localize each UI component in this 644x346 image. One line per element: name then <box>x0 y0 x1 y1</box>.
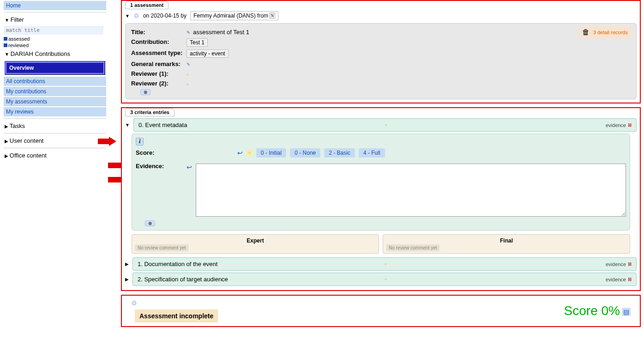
tasks-section[interactable]: Tasks <box>4 121 106 131</box>
evidence-missing-icon: ⊠ <box>628 261 632 267</box>
empty-dot-icon: ○ <box>187 73 189 77</box>
expert-review-box: Expert No review comment yet <box>132 234 379 254</box>
score-label: Score: <box>136 147 187 158</box>
nav-my-assessments[interactable]: My assessments <box>4 97 106 106</box>
no-review-badge: No review comment yet <box>135 244 188 251</box>
assessment-count-tab: 1 assessment <box>125 1 169 9</box>
collapse-caret[interactable]: ▼ <box>125 122 130 127</box>
remarks-label: General remarks: <box>131 61 187 67</box>
criteria-bar-1[interactable]: 1. Documentation of the event ○ evidence… <box>132 257 637 271</box>
criteria-bar-2[interactable]: 2. Specification of target audience ○ ev… <box>132 273 637 286</box>
evidence-missing-icon: ⊠ <box>628 122 632 127</box>
status-dot-icon: ○ <box>385 262 387 266</box>
status-dot-icon: ○ <box>385 123 387 127</box>
criteria-bar-0[interactable]: 0. Event metadata ○ evidence⊠ <box>133 118 637 132</box>
edit-title-icon[interactable]: ✎ <box>187 30 190 35</box>
detail-records-label: 3 detail records <box>593 30 628 35</box>
sidebar: Home Filter assessed reviewed DARIAH Con… <box>4 0 106 161</box>
final-review-box: Final No review comment yet <box>383 234 630 254</box>
score-option-0-initial[interactable]: 0 - Initial <box>256 148 286 158</box>
collapse-caret[interactable]: ▼ <box>125 13 130 18</box>
criteria-row: ▶ 2. Specification of target audience ○ … <box>125 273 637 286</box>
trash-zone: 🗑 3 detail records <box>578 26 632 38</box>
info-icon[interactable]: i <box>136 138 144 146</box>
evidence-label: Evidence: <box>136 161 187 217</box>
score-option-2-basic[interactable]: 2 - Basic <box>324 148 355 158</box>
recycle-icon[interactable]: ♲ <box>133 12 139 19</box>
check-reviewed[interactable]: reviewed <box>4 42 106 49</box>
criteria-detail: i Score: ↩ ○ 0 - Initial 0 - None 2 - Ba… <box>132 134 630 231</box>
criteria-row: ▶ 1. Documentation of the event ○ eviden… <box>125 257 637 271</box>
score-option-4-full[interactable]: 4 - Full <box>359 148 385 158</box>
score-option-0-none[interactable]: 0 - None <box>290 148 320 158</box>
author-chip[interactable]: Femmy Admiraal (DANS) from 🇳 <box>190 11 278 20</box>
type-value[interactable]: activity - event <box>187 49 229 58</box>
summary-panel: ♲ Assessment incomplete Score 0%▤ <box>121 295 641 327</box>
office-content-section[interactable]: Office content <box>4 150 106 161</box>
score-display: Score 0%▤ <box>564 304 631 318</box>
contribution-label: Contribution: <box>131 38 187 47</box>
date-text: on 2020-04-15 by <box>143 12 187 19</box>
assessment-body: 🗑 3 detail records Title: ✎assessment of… <box>125 23 637 99</box>
evidence-missing-icon: ⊠ <box>628 277 632 282</box>
filter-input[interactable] <box>4 26 103 35</box>
expand-caret[interactable]: ▶ <box>125 261 129 267</box>
reviewer2-label: Reviewer (2): <box>131 80 187 87</box>
undo-icon[interactable]: ↩ <box>237 149 243 157</box>
main: 1 assessment ▼ ♲ on 2020-04-15 by Femmy … <box>121 0 641 327</box>
criteria-row: ▼ 0. Event metadata ○ evidence⊠ <box>125 118 637 132</box>
filter-section[interactable]: Filter <box>4 14 106 25</box>
undo-icon[interactable]: ↩ <box>187 164 192 217</box>
check-assessed[interactable]: assessed <box>4 36 106 42</box>
evidence-textarea[interactable] <box>196 164 626 217</box>
user-content-section[interactable]: User content <box>4 135 106 146</box>
nav-my-reviews[interactable]: My reviews <box>4 107 106 116</box>
trash-icon[interactable]: 🗑 <box>582 28 590 36</box>
no-review-badge: No review comment yet <box>386 244 439 251</box>
expand-caret[interactable]: ▶ <box>125 277 129 282</box>
expand-button[interactable]: ⊕ <box>145 220 155 226</box>
expand-button[interactable]: ⊕ <box>140 89 150 95</box>
empty-dot-icon: ○ <box>187 82 189 86</box>
dariah-section[interactable]: DARIAH Contributions <box>4 49 106 59</box>
title-label: Title: <box>131 29 187 36</box>
criteria-panel: 3 criteria entries ▼ 0. Event metadata ○… <box>121 107 641 291</box>
reviewer1-label: Reviewer (1): <box>131 70 187 77</box>
selected-dot-icon: ○ <box>247 150 253 156</box>
title-value: assessment of Test 1 <box>193 29 249 36</box>
nav-my-contributions[interactable]: My contributions <box>4 87 106 96</box>
status-dot-icon: ○ <box>385 277 387 281</box>
score-detail-icon[interactable]: ▤ <box>622 308 631 316</box>
nav-home[interactable]: Home <box>4 1 106 10</box>
edit-remarks-icon[interactable]: ✎ <box>187 62 190 67</box>
assessment-panel: 1 assessment ▼ ♲ on 2020-04-15 by Femmy … <box>121 0 641 103</box>
nav-all-contributions[interactable]: All contributions <box>4 77 106 86</box>
overview-button[interactable]: Overview <box>5 61 105 75</box>
review-row: Expert No review comment yet Final No re… <box>132 234 630 254</box>
criteria-count-tab: 3 criteria entries <box>125 108 175 116</box>
incomplete-badge: Assessment incomplete <box>135 310 218 322</box>
recycle-icon[interactable]: ♲ <box>131 299 137 307</box>
contribution-value[interactable]: Test 1 <box>187 38 208 47</box>
type-label: Assessment type: <box>131 49 187 58</box>
